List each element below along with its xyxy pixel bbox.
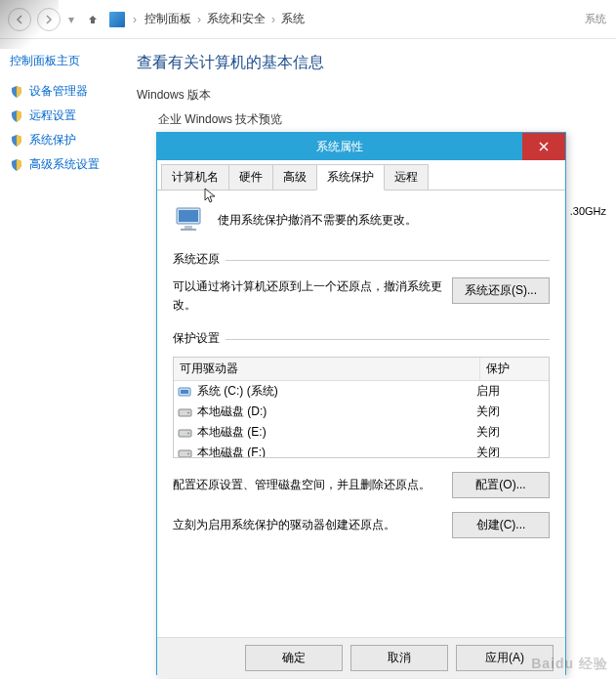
drive-row[interactable]: 本地磁盘 (F:)关闭 — [174, 443, 549, 458]
chevron-right-icon: › — [195, 13, 203, 26]
tab-remote[interactable]: 远程 — [384, 164, 429, 190]
back-button[interactable] — [8, 8, 31, 31]
section-heading: Windows 版本 — [137, 87, 596, 104]
chevron-right-icon: › — [131, 13, 139, 26]
drive-protection: 关闭 — [476, 445, 545, 458]
drive-label: 本地磁盘 (F:) — [197, 445, 476, 458]
svg-rect-5 — [181, 390, 188, 394]
sidebar-item-3[interactable]: 高级系统设置 — [10, 152, 107, 177]
sidebar-item-1[interactable]: 远程设置 — [10, 104, 107, 128]
drive-protection: 关闭 — [476, 424, 545, 441]
svg-point-7 — [187, 411, 189, 413]
cursor-icon — [204, 188, 220, 203]
drive-list[interactable]: 可用驱动器 保护 系统 (C:) (系统)启用本地磁盘 (D:)关闭本地磁盘 (… — [173, 357, 550, 458]
tab-system-protection[interactable]: 系统保护 — [316, 164, 385, 191]
svg-point-11 — [187, 452, 189, 454]
column-drive[interactable]: 可用驱动器 — [174, 358, 480, 380]
breadcrumb-item[interactable]: 控制面板 — [144, 11, 191, 27]
breadcrumb-item[interactable]: 系统和安全 — [207, 11, 266, 27]
protection-info-text: 使用系统保护撤消不需要的系统更改。 — [218, 212, 417, 229]
svg-point-9 — [187, 432, 189, 434]
watermark: Baidu 经验 — [531, 656, 608, 673]
sidebar-header[interactable]: 控制面板主页 — [10, 53, 107, 69]
sidebar-item-label: 设备管理器 — [29, 83, 88, 100]
dialog-tabs: 计算机名 硬件 高级 系统保护 远程 — [157, 160, 565, 191]
sidebar: 控制面板主页 设备管理器远程设置系统保护高级系统设置 — [0, 39, 117, 679]
svg-rect-1 — [179, 210, 198, 222]
windows-edition: 企业 Windows 技术预览 — [158, 111, 596, 128]
tab-advanced[interactable]: 高级 — [272, 164, 317, 190]
create-description: 立刻为启用系统保护的驱动器创建还原点。 — [173, 517, 442, 533]
sidebar-item-label: 高级系统设置 — [29, 156, 100, 173]
dialog-footer: 确定 取消 应用(A) — [157, 637, 565, 678]
column-protection[interactable]: 保护 — [480, 358, 549, 380]
tab-computer-name[interactable]: 计算机名 — [161, 164, 229, 190]
sidebar-item-label: 远程设置 — [29, 107, 76, 124]
svg-rect-2 — [185, 226, 192, 229]
dialog-titlebar[interactable]: 系统属性 — [157, 133, 565, 160]
computer-icon — [173, 202, 208, 237]
cancel-button[interactable]: 取消 — [350, 645, 448, 671]
page-title: 查看有关计算机的基本信息 — [137, 53, 596, 73]
drive-row[interactable]: 系统 (C:) (系统)启用 — [174, 381, 549, 402]
group-system-restore: 系统还原 — [173, 252, 226, 266]
sidebar-item-2[interactable]: 系统保护 — [10, 128, 107, 152]
up-button[interactable] — [82, 9, 103, 30]
svg-rect-8 — [179, 430, 191, 437]
configure-button[interactable]: 配置(O)... — [452, 472, 550, 498]
breadcrumb-item[interactable]: 系统 — [281, 11, 305, 27]
drive-label: 本地磁盘 (D:) — [197, 403, 476, 420]
system-properties-dialog: 系统属性 计算机名 硬件 高级 系统保护 远程 使用系统保护撤消不需要的系统更改… — [156, 132, 566, 675]
explorer-toolbar: ▾ › 控制面板 › 系统和安全 › 系统 系统 — [0, 0, 616, 39]
system-restore-button[interactable]: 系统还原(S)... — [452, 277, 550, 304]
dialog-title: 系统属性 — [157, 139, 522, 155]
close-button[interactable] — [522, 133, 565, 160]
restore-description: 可以通过将计算机还原到上一个还原点，撤消系统更改。 — [173, 277, 442, 315]
drive-row[interactable]: 本地磁盘 (E:)关闭 — [174, 422, 549, 443]
svg-rect-3 — [181, 229, 196, 231]
sidebar-item-0[interactable]: 设备管理器 — [10, 79, 107, 104]
cpu-ghz: .30GHz — [570, 205, 606, 217]
history-dropdown-icon[interactable]: ▾ — [66, 13, 76, 26]
group-protection-settings: 保护设置 — [173, 331, 226, 345]
breadcrumb: 控制面板 › 系统和安全 › 系统 — [144, 11, 305, 27]
svg-rect-10 — [179, 450, 191, 457]
drive-protection: 启用 — [476, 383, 545, 400]
drive-label: 本地磁盘 (E:) — [197, 424, 476, 441]
svg-rect-6 — [179, 409, 191, 416]
drive-protection: 关闭 — [476, 403, 545, 420]
ok-button[interactable]: 确定 — [245, 645, 343, 671]
drive-row[interactable]: 本地磁盘 (D:)关闭 — [174, 402, 549, 422]
chevron-right-icon: › — [269, 13, 277, 26]
configure-description: 配置还原设置、管理磁盘空间，并且删除还原点。 — [173, 477, 442, 493]
drive-label: 系统 (C:) (系统) — [197, 383, 476, 400]
tab-hardware[interactable]: 硬件 — [228, 164, 273, 190]
sidebar-item-label: 系统保护 — [29, 132, 76, 149]
create-button[interactable]: 创建(C)... — [452, 512, 550, 538]
control-panel-icon — [109, 12, 125, 27]
address-hint: 系统 — [585, 12, 606, 26]
forward-button[interactable] — [37, 8, 61, 31]
